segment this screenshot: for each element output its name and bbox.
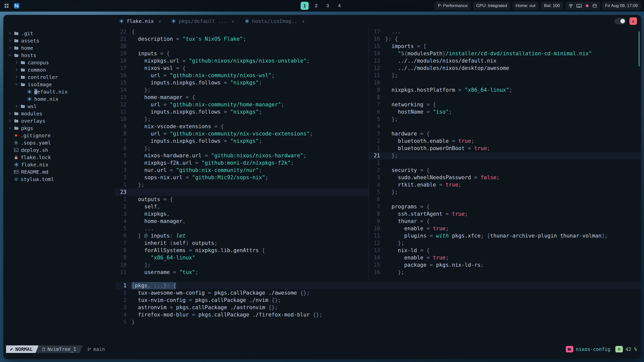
code-line[interactable]: 12 url = "github:nix-community/home-mana… [115,101,369,108]
code-line[interactable]: 2 security = { [369,167,641,174]
chevron-right-icon[interactable] [15,75,18,79]
code-line[interactable]: 11 inputs.nixpkgs.follows = "nixpkgs"; [115,108,369,116]
code-line[interactable]: 20 [115,43,369,50]
code-line[interactable]: 3 sudo.wheelNeedsPassword = false; [369,174,641,181]
code-line[interactable]: 6 hostName = "iso"; [369,108,641,116]
tree-item-default-nix[interactable]: default.nix [8,88,115,95]
code-line[interactable]: 21 }; [369,152,641,159]
code-line[interactable]: 17 ... [369,28,641,35]
tree-item-stylua-toml[interactable]: stylua.toml [8,175,115,183]
code-line[interactable]: 8 url = "github:nix-community/nix-vscode… [115,130,369,138]
code-line[interactable]: 7 inputs.nixpkgs.follows = "nixpkgs"; [115,138,369,145]
code-line[interactable]: 16}: { [369,35,641,43]
tree-item-readme-md[interactable]: README.md [8,168,115,175]
code-line[interactable]: 8 [369,94,641,101]
code-line[interactable]: 16 url = "github:nix-community/nixos-wsl… [115,72,369,79]
code-line[interactable]: 4 home-manager, [115,218,369,225]
tree-item-canopus[interactable]: canopus [8,59,115,66]
chevron-down-icon[interactable] [8,54,12,57]
code-line[interactable]: 2 sops-nix.url = "github:Mic92/sops-nix"… [115,174,369,181]
workspace-button-1[interactable]: 1 [301,2,309,10]
workspace-button-2[interactable]: 2 [312,2,320,10]
code-line[interactable]: 1 [369,159,641,167]
code-line[interactable]: 4 nixpkgs-f2k.url = "github:moni-dz/nixp… [115,159,369,167]
code-line[interactable]: 2 bluetooth.enable = true; [369,138,641,145]
tree-item-flake-lock[interactable]: flake.lock [8,154,115,161]
code-line[interactable]: 11 ]; [369,72,641,79]
code-line[interactable]: 5} [115,319,641,326]
code-line[interactable]: 3 hardware = { [369,130,641,138]
tree-item-sops-yaml[interactable]: .sops.yaml [8,139,115,146]
tab-close-icon[interactable]: × [302,19,305,24]
code-line[interactable]: 19 inputs = { [115,50,369,57]
chevron-down-icon[interactable] [15,83,18,86]
code-line[interactable]: 10 }; [115,116,369,123]
tab-pkgs-default[interactable]: pkgs/default ...× [168,15,238,27]
code-line[interactable]: 1{pkgs, ...}: { [115,282,641,289]
code-line[interactable]: 7 inherit (self) outputs; [115,240,369,247]
code-line[interactable]: 15 package = pkgs.nix-ld-rs; [369,261,641,269]
workspace-button-4[interactable]: 4 [335,2,343,10]
code-line[interactable]: 1 tux-awesome-wm-config = pkgs.callPacka… [115,289,641,297]
chevron-right-icon[interactable] [8,112,12,115]
tab-hosts-isoimag[interactable]: hosts/isoImag..× [241,15,308,27]
code-line[interactable]: 5 ... [115,225,369,232]
chevron-right-icon[interactable] [15,68,18,71]
code-line[interactable]: 13 home-manager = { [115,94,369,101]
code-line[interactable]: 10 ]; [115,261,369,269]
code-line[interactable]: 13 nix-ld = { [369,247,641,254]
chevron-right-icon[interactable] [15,105,18,108]
code-line[interactable]: 11 plugins = with pkgs.xfce; [thunar-arc… [369,232,641,240]
code-line[interactable]: 14 }; [115,86,369,94]
window-toggle-button[interactable] [614,18,626,24]
code-line[interactable]: 21 description = "tux's NixOS Flake"; [115,35,369,43]
tree-item-wsl[interactable]: wsl [8,103,115,110]
code-line[interactable]: 1 }; [115,181,369,189]
layout-icon[interactable] [592,4,597,8]
tree-item-flake-nix[interactable]: flake.nix [8,161,115,168]
tree-item-common[interactable]: common [8,66,115,73]
chevron-right-icon[interactable] [8,126,12,130]
code-line[interactable]: 9 nixpkgs.hostPlatform = "x86_64-linux"; [369,86,641,94]
code-line[interactable]: 2 self, [115,203,369,210]
code-line[interactable]: 9 thunar = { [369,218,641,225]
tab-close-icon[interactable]: × [232,19,234,24]
code-line[interactable]: 9 "x86_64-linux" [115,254,369,261]
code-line[interactable]: 4 [369,123,641,130]
tree-item-gitignore[interactable]: .gitignore [8,132,115,139]
tree-item-hosts[interactable]: hosts [8,52,115,59]
tree-item-home-nix[interactable]: home.nix [8,95,115,103]
code-line[interactable]: 6 } @ inputs: let [115,232,369,240]
code-line[interactable]: 12 }; [369,240,641,247]
code-line[interactable]: 5 }; [369,189,641,196]
code-line[interactable]: 22{ [115,28,369,35]
tree-item-controller[interactable]: controller [8,73,115,81]
code-line[interactable]: 3 nur.url = "github:nix-community/nur"; [115,167,369,174]
tree-item-isoimage[interactable]: isoImage [8,81,115,88]
code-line[interactable]: 3 nixpkgs, [115,210,369,218]
code-line[interactable]: 3 astronvim = pkgs.callPackage ./astronv… [115,304,641,311]
code-line[interactable]: 14 "${modulesPath}/installer/cd-dvd/inst… [369,50,641,57]
code-line[interactable]: 4 rtkit.enable = true; [369,181,641,189]
code-line[interactable]: 8 ssh.startAgent = true; [369,210,641,218]
code-line[interactable]: 5 nixos-hardware.url = "github:nixos/nix… [115,152,369,159]
code-line[interactable]: 12 ../../modules/nixos/desktop/awesome [369,65,641,72]
tree-item-pkgs[interactable]: pkgs [8,124,115,132]
code-line[interactable]: 15 inputs.nixpkgs.follows = "nixpkgs"; [115,79,369,86]
chevron-right-icon[interactable] [8,39,12,42]
window-close-button[interactable]: ✕ [629,17,637,25]
tree-item-assets[interactable]: assets [8,37,115,44]
tab-close-icon[interactable]: × [158,19,161,24]
code-line[interactable]: 11 username = "tux"; [115,269,369,276]
wifi-icon[interactable] [568,3,573,8]
code-line[interactable]: 13 ../../modules/nixos/default.nix [369,57,641,65]
chevron-right-icon[interactable] [8,46,12,50]
launcher-icon[interactable] [3,2,10,9]
chevron-right-icon[interactable] [8,119,12,122]
code-line[interactable]: 6 [369,196,641,203]
code-line[interactable]: 23 [115,189,369,196]
code-line[interactable]: 7 networking = { [369,101,641,108]
tab-flake-nix[interactable]: flake.nix× [115,15,165,27]
tree-item-modules[interactable]: modules [8,110,115,117]
code-line[interactable]: 18 nixpkgs.url = "github:nixos/nixpkgs/n… [115,57,369,65]
